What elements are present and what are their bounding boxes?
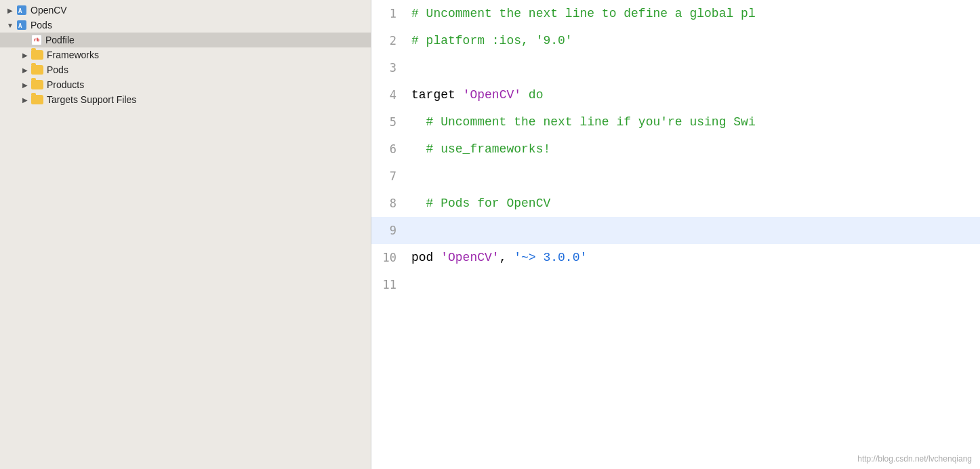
- code-editor: 1 # Uncomment the next line to define a …: [371, 0, 980, 469]
- sidebar-item-pods-group[interactable]: A Pods: [0, 18, 371, 33]
- sidebar-item-products[interactable]: Products: [0, 77, 371, 92]
- chevron-right-icon: [20, 65, 30, 75]
- code-line-1: 1 # Uncomment the next line to define a …: [371, 0, 980, 27]
- line-content: # Uncomment the next line if you're usin…: [409, 108, 980, 136]
- code-line-8: 8 # Pods for OpenCV: [371, 190, 980, 217]
- line-content: # Uncomment the next line to define a gl…: [409, 0, 980, 27]
- sidebar-item-label: OpenCV: [30, 5, 67, 16]
- code-line-7: 7: [371, 163, 980, 190]
- folder-icon: [31, 50, 43, 60]
- sidebar-item-targets-support[interactable]: Targets Support Files: [0, 92, 371, 107]
- sidebar-item-podfile[interactable]: rb Podfile: [0, 33, 371, 47]
- chevron-right-icon: [20, 50, 30, 60]
- file-tree: A OpenCV A Pods rb Podfile Frameworks Po…: [0, 0, 371, 469]
- folder-icon: [31, 80, 43, 89]
- line-number: 7: [371, 163, 409, 190]
- code-line-5: 5 # Uncomment the next line if you're us…: [371, 108, 980, 136]
- line-number: 5: [371, 108, 409, 136]
- sidebar-item-label: Podfile: [45, 35, 75, 45]
- line-number: 3: [371, 54, 409, 81]
- line-content: # platform :ios, '9.0': [409, 27, 980, 54]
- line-number: 10: [371, 244, 409, 271]
- line-content: pod 'OpenCV', '~> 3.0.0': [409, 244, 980, 271]
- sidebar-item-pods[interactable]: Pods: [0, 62, 371, 77]
- xcodeproj-icon: A: [16, 5, 27, 16]
- xcodeproj-icon: A: [16, 20, 27, 30]
- code-line-10: 10 pod 'OpenCV', '~> 3.0.0': [371, 244, 980, 271]
- code-line-11: 11: [371, 271, 980, 298]
- line-number: 1: [371, 0, 409, 27]
- watermark: http://blog.csdn.net/lvchenqiang: [857, 454, 972, 464]
- code-line-3: 3: [371, 54, 980, 81]
- code-line-6: 6 # use_frameworks!: [371, 136, 980, 163]
- line-number: 11: [371, 271, 409, 298]
- folder-icon: [31, 95, 43, 104]
- line-number: 9: [371, 217, 409, 244]
- sidebar-item-label: Products: [47, 79, 84, 90]
- sidebar-item-frameworks[interactable]: Frameworks: [0, 47, 371, 62]
- folder-icon: [31, 65, 43, 75]
- code-lines: 1 # Uncomment the next line to define a …: [371, 0, 980, 469]
- line-content: # Pods for OpenCV: [409, 190, 980, 217]
- svg-text:A: A: [18, 22, 22, 29]
- sidebar-item-label: Targets Support Files: [47, 94, 136, 105]
- code-line-4: 4 target 'OpenCV' do: [371, 81, 980, 108]
- sidebar-item-opencv[interactable]: A OpenCV: [0, 3, 371, 18]
- sidebar-item-label: Pods: [47, 64, 68, 75]
- sidebar-item-label: Pods: [30, 20, 52, 30]
- chevron-right-icon: [20, 80, 30, 89]
- chevron-down-icon: [5, 20, 15, 30]
- line-content: # use_frameworks!: [409, 136, 980, 163]
- line-number: 6: [371, 136, 409, 163]
- line-number: 4: [371, 81, 409, 108]
- code-line-2: 2 # platform :ios, '9.0': [371, 27, 980, 54]
- line-number: 8: [371, 190, 409, 217]
- rb-file-icon: rb: [31, 35, 42, 45]
- line-content: target 'OpenCV' do: [409, 81, 980, 108]
- code-line-9: 9: [371, 217, 980, 244]
- code-content[interactable]: 1 # Uncomment the next line to define a …: [371, 0, 980, 469]
- line-number: 2: [371, 27, 409, 54]
- chevron-right-icon: [20, 95, 30, 104]
- chevron-right-icon: [5, 5, 15, 15]
- svg-text:A: A: [18, 7, 22, 14]
- sidebar-item-label: Frameworks: [47, 49, 99, 60]
